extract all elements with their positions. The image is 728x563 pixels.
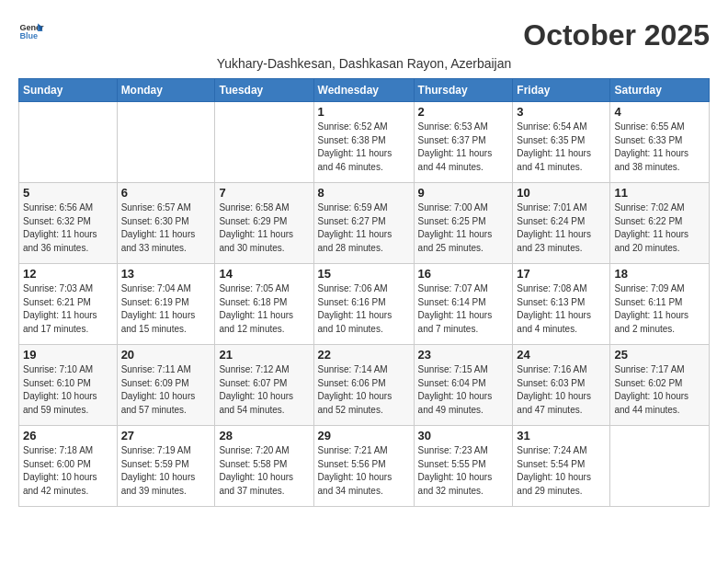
logo-icon: General Blue <box>18 18 44 44</box>
day-info: Sunrise: 7:09 AM Sunset: 6:11 PM Dayligh… <box>614 282 705 336</box>
weekday-header-monday: Monday <box>117 79 215 102</box>
day-info: Sunrise: 6:56 AM Sunset: 6:32 PM Dayligh… <box>23 201 113 255</box>
day-info: Sunrise: 6:53 AM Sunset: 6:37 PM Dayligh… <box>418 121 509 174</box>
day-number: 23 <box>418 348 509 362</box>
calendar-cell: 21Sunrise: 7:12 AM Sunset: 6:07 PM Dayli… <box>215 345 313 426</box>
day-number: 24 <box>517 348 606 362</box>
day-number: 19 <box>23 348 113 362</box>
day-info: Sunrise: 7:05 AM Sunset: 6:18 PM Dayligh… <box>219 282 309 336</box>
calendar-cell: 25Sunrise: 7:17 AM Sunset: 6:02 PM Dayli… <box>610 345 710 426</box>
calendar-cell: 8Sunrise: 6:59 AM Sunset: 6:27 PM Daylig… <box>313 183 414 264</box>
calendar-cell: 16Sunrise: 7:07 AM Sunset: 6:14 PM Dayli… <box>414 264 513 345</box>
weekday-header-friday: Friday <box>513 79 610 102</box>
day-number: 2 <box>418 105 509 119</box>
calendar-cell: 22Sunrise: 7:14 AM Sunset: 6:06 PM Dayli… <box>313 345 414 426</box>
calendar-cell: 19Sunrise: 7:10 AM Sunset: 6:10 PM Dayli… <box>19 345 118 426</box>
day-info: Sunrise: 7:14 AM Sunset: 6:06 PM Dayligh… <box>318 363 410 417</box>
calendar-cell: 9Sunrise: 7:00 AM Sunset: 6:25 PM Daylig… <box>414 183 513 264</box>
day-info: Sunrise: 7:01 AM Sunset: 6:24 PM Dayligh… <box>517 201 606 255</box>
calendar-cell <box>19 102 118 183</box>
day-number: 11 <box>614 186 705 200</box>
weekday-header-wednesday: Wednesday <box>313 79 414 102</box>
calendar-cell <box>610 426 710 507</box>
day-number: 17 <box>517 267 606 281</box>
day-info: Sunrise: 7:15 AM Sunset: 6:04 PM Dayligh… <box>418 363 509 417</box>
calendar-week-row: 19Sunrise: 7:10 AM Sunset: 6:10 PM Dayli… <box>19 345 710 426</box>
day-info: Sunrise: 7:20 AM Sunset: 5:58 PM Dayligh… <box>219 444 309 498</box>
calendar-cell: 18Sunrise: 7:09 AM Sunset: 6:11 PM Dayli… <box>610 264 710 345</box>
calendar-cell: 27Sunrise: 7:19 AM Sunset: 5:59 PM Dayli… <box>117 426 215 507</box>
day-info: Sunrise: 7:18 AM Sunset: 6:00 PM Dayligh… <box>23 444 113 498</box>
day-info: Sunrise: 6:55 AM Sunset: 6:33 PM Dayligh… <box>614 121 705 174</box>
day-number: 8 <box>318 186 410 200</box>
day-info: Sunrise: 7:21 AM Sunset: 5:56 PM Dayligh… <box>318 444 410 498</box>
day-number: 29 <box>318 429 410 442</box>
calendar-cell: 15Sunrise: 7:06 AM Sunset: 6:16 PM Dayli… <box>313 264 414 345</box>
day-info: Sunrise: 6:59 AM Sunset: 6:27 PM Dayligh… <box>318 201 410 255</box>
day-info: Sunrise: 7:07 AM Sunset: 6:14 PM Dayligh… <box>418 282 509 336</box>
day-info: Sunrise: 7:24 AM Sunset: 5:54 PM Dayligh… <box>517 444 606 498</box>
day-info: Sunrise: 7:02 AM Sunset: 6:22 PM Dayligh… <box>614 201 705 255</box>
calendar-cell: 23Sunrise: 7:15 AM Sunset: 6:04 PM Dayli… <box>414 345 513 426</box>
calendar-cell: 28Sunrise: 7:20 AM Sunset: 5:58 PM Dayli… <box>215 426 313 507</box>
calendar-cell: 6Sunrise: 6:57 AM Sunset: 6:30 PM Daylig… <box>117 183 215 264</box>
calendar-cell: 4Sunrise: 6:55 AM Sunset: 6:33 PM Daylig… <box>610 102 710 183</box>
calendar-cell: 26Sunrise: 7:18 AM Sunset: 6:00 PM Dayli… <box>19 426 118 507</box>
calendar-cell: 14Sunrise: 7:05 AM Sunset: 6:18 PM Dayli… <box>215 264 313 345</box>
day-number: 1 <box>318 105 410 119</box>
calendar-week-row: 12Sunrise: 7:03 AM Sunset: 6:21 PM Dayli… <box>19 264 710 345</box>
calendar-cell <box>215 102 313 183</box>
calendar-cell: 10Sunrise: 7:01 AM Sunset: 6:24 PM Dayli… <box>513 183 610 264</box>
day-info: Sunrise: 7:08 AM Sunset: 6:13 PM Dayligh… <box>517 282 606 336</box>
day-info: Sunrise: 6:58 AM Sunset: 6:29 PM Dayligh… <box>219 201 309 255</box>
weekday-header-sunday: Sunday <box>19 79 118 102</box>
day-number: 28 <box>219 429 309 442</box>
day-number: 25 <box>614 348 705 362</box>
weekday-header-saturday: Saturday <box>610 79 710 102</box>
calendar-cell: 30Sunrise: 7:23 AM Sunset: 5:55 PM Dayli… <box>414 426 513 507</box>
day-info: Sunrise: 7:23 AM Sunset: 5:55 PM Dayligh… <box>418 444 509 498</box>
calendar-cell: 24Sunrise: 7:16 AM Sunset: 6:03 PM Dayli… <box>513 345 610 426</box>
logo: General Blue <box>18 18 44 44</box>
day-info: Sunrise: 6:54 AM Sunset: 6:35 PM Dayligh… <box>517 121 606 174</box>
calendar-cell: 29Sunrise: 7:21 AM Sunset: 5:56 PM Dayli… <box>313 426 414 507</box>
calendar-cell: 2Sunrise: 6:53 AM Sunset: 6:37 PM Daylig… <box>414 102 513 183</box>
day-info: Sunrise: 6:57 AM Sunset: 6:30 PM Dayligh… <box>121 201 211 255</box>
calendar-table: SundayMondayTuesdayWednesdayThursdayFrid… <box>18 78 710 507</box>
day-info: Sunrise: 7:04 AM Sunset: 6:19 PM Dayligh… <box>121 282 211 336</box>
day-number: 7 <box>219 186 309 200</box>
day-number: 31 <box>517 429 606 442</box>
day-info: Sunrise: 7:17 AM Sunset: 6:02 PM Dayligh… <box>614 363 705 417</box>
svg-text:Blue: Blue <box>19 31 38 40</box>
day-number: 20 <box>121 348 211 362</box>
day-number: 6 <box>121 186 211 200</box>
calendar-cell: 3Sunrise: 6:54 AM Sunset: 6:35 PM Daylig… <box>513 102 610 183</box>
day-number: 15 <box>318 267 410 281</box>
day-info: Sunrise: 7:16 AM Sunset: 6:03 PM Dayligh… <box>517 363 606 417</box>
calendar-week-row: 26Sunrise: 7:18 AM Sunset: 6:00 PM Dayli… <box>19 426 710 507</box>
weekday-header-tuesday: Tuesday <box>215 79 313 102</box>
calendar-cell: 20Sunrise: 7:11 AM Sunset: 6:09 PM Dayli… <box>117 345 215 426</box>
weekday-header-thursday: Thursday <box>414 79 513 102</box>
calendar-cell <box>117 102 215 183</box>
day-number: 30 <box>418 429 509 442</box>
day-number: 10 <box>517 186 606 200</box>
day-number: 21 <box>219 348 309 362</box>
day-info: Sunrise: 7:12 AM Sunset: 6:07 PM Dayligh… <box>219 363 309 417</box>
day-number: 26 <box>23 429 113 442</box>
day-info: Sunrise: 7:00 AM Sunset: 6:25 PM Dayligh… <box>418 201 509 255</box>
subtitle: Yukhary-Dashkesan, Dashkasan Rayon, Azer… <box>18 56 710 71</box>
day-number: 13 <box>121 267 211 281</box>
calendar-week-row: 5Sunrise: 6:56 AM Sunset: 6:32 PM Daylig… <box>19 183 710 264</box>
day-number: 3 <box>517 105 606 119</box>
header: General Blue October 2025 Yukhary-Dashke… <box>18 18 710 71</box>
calendar-cell: 1Sunrise: 6:52 AM Sunset: 6:38 PM Daylig… <box>313 102 414 183</box>
calendar-cell: 13Sunrise: 7:04 AM Sunset: 6:19 PM Dayli… <box>117 264 215 345</box>
day-info: Sunrise: 7:03 AM Sunset: 6:21 PM Dayligh… <box>23 282 113 336</box>
day-number: 14 <box>219 267 309 281</box>
day-info: Sunrise: 7:06 AM Sunset: 6:16 PM Dayligh… <box>318 282 410 336</box>
weekday-header-row: SundayMondayTuesdayWednesdayThursdayFrid… <box>19 79 710 102</box>
calendar-cell: 31Sunrise: 7:24 AM Sunset: 5:54 PM Dayli… <box>513 426 610 507</box>
day-info: Sunrise: 7:11 AM Sunset: 6:09 PM Dayligh… <box>121 363 211 417</box>
calendar-cell: 5Sunrise: 6:56 AM Sunset: 6:32 PM Daylig… <box>19 183 118 264</box>
